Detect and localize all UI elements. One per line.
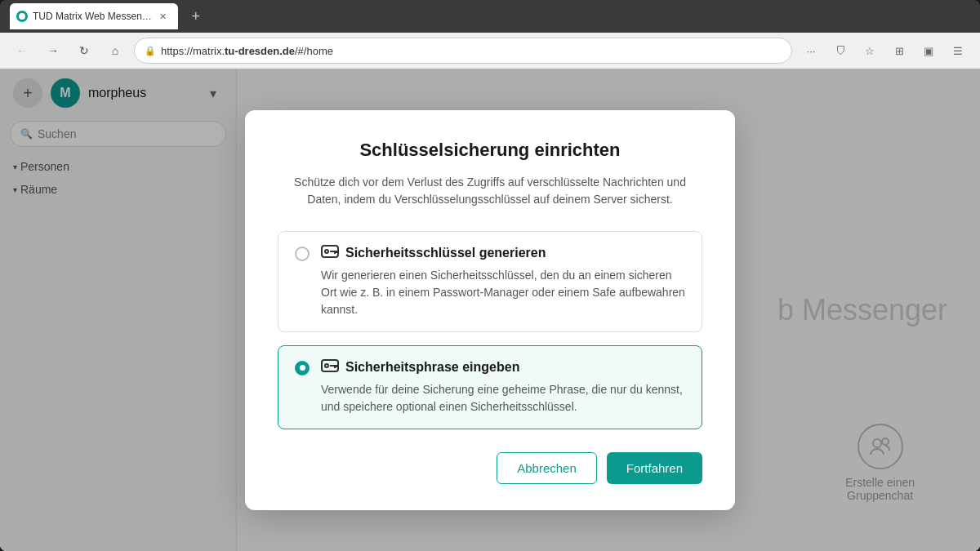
radio-option-security-key[interactable]: Sicherheitsschlüssel generieren Wir gene… [278,231,702,332]
browser-tab[interactable]: TUD Matrix Web Messen… ✕ [10,3,178,29]
back-button[interactable]: ← [10,38,34,63]
radio-header-option2: Sicherheitsphrase eingeben [321,359,685,376]
radio-desc-option2: Verwende für deine Sicherung eine geheim… [321,381,685,415]
toolbar-actions: ··· ⛉ ☆ ⊞ ▣ ☰ [799,38,970,63]
svg-point-0 [19,13,25,20]
reload-button[interactable]: ↻ [72,38,96,63]
more-tools-button[interactable]: ··· [799,38,823,63]
modal-title: Schlüsselsicherung einrichten [278,140,702,161]
address-bar[interactable]: 🔒 https://matrix.tu-dresden.de/#/home [134,38,792,64]
key-icon-option2 [321,359,339,376]
svg-point-9 [325,364,328,367]
radio-title-option2: Sicherheitsphrase eingeben [345,360,519,375]
radio-desc-option1: Wir generieren einen Sicherheitsschlüsse… [321,267,685,318]
browser-window: TUD Matrix Web Messen… ✕ + ← → ↻ ⌂ 🔒 htt… [0,0,980,551]
radio-option-passphrase[interactable]: Sicherheitsphrase eingeben Verwende für … [278,345,702,429]
security-icon: 🔒 [145,46,156,56]
modal-actions: Abbrechen Fortfahren [278,452,702,484]
browser-toolbar: ← → ↻ ⌂ 🔒 https://matrix.tu-dresden.de/#… [0,33,980,69]
tab-favicon [16,11,28,22]
radio-circle-option2 [295,361,310,375]
modal-overlay: Schlüsselsicherung einrichten Schütze di… [0,69,980,551]
proceed-button[interactable]: Fortfahren [607,452,702,484]
bookmark-button[interactable]: ☆ [858,38,882,63]
sidebar-toggle-button[interactable]: ▣ [916,38,941,63]
radio-content-option2: Sicherheitsphrase eingeben Verwende für … [321,359,685,415]
tab-close-button[interactable]: ✕ [157,10,170,23]
library-button[interactable]: ⊞ [887,38,911,63]
svg-point-4 [325,250,328,253]
radio-header-option1: Sicherheitsschlüssel generieren [321,245,685,262]
radio-title-option1: Sicherheitsschlüssel generieren [345,246,546,260]
radio-content-option1: Sicherheitsschlüssel generieren Wir gene… [321,245,685,318]
tab-title: TUD Matrix Web Messen… [33,11,152,22]
cancel-button[interactable]: Abbrechen [497,452,597,484]
browser-titlebar: TUD Matrix Web Messen… ✕ + [0,0,980,33]
modal-description: Schütze dich vor dem Verlust des Zugriff… [278,174,702,208]
modal-dialog: Schlüsselsicherung einrichten Schütze di… [245,110,735,510]
forward-button[interactable]: → [41,38,65,63]
url-display: https://matrix.tu-dresden.de/#/home [161,45,333,57]
menu-button[interactable]: ☰ [946,38,970,63]
pocket-button[interactable]: ⛉ [828,38,853,63]
home-button[interactable]: ⌂ [103,38,127,63]
radio-circle-option1 [295,247,310,261]
new-tab-button[interactable]: + [185,5,207,28]
app-content: + M morpheus ▾ 🔍 Suchen Personen Räume [0,69,980,551]
key-icon-option1 [321,245,339,262]
